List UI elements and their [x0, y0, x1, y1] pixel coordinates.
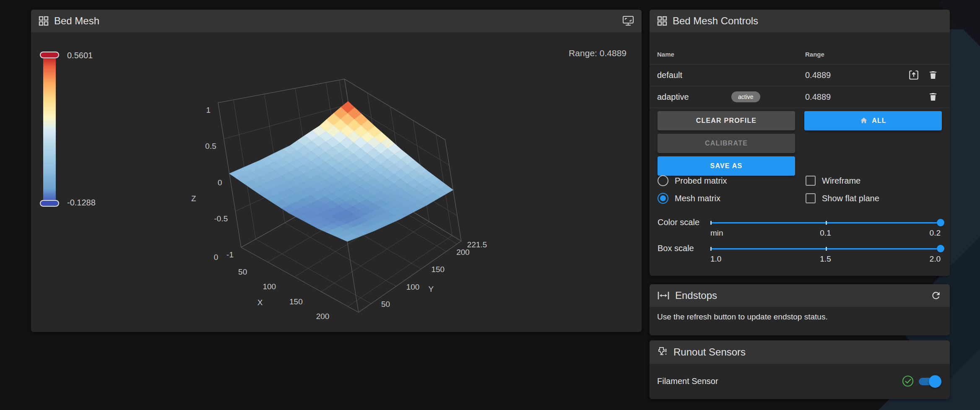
endstops-header: Endstops	[650, 284, 950, 307]
radio-probed-matrix[interactable]: Probed matrix	[658, 174, 727, 187]
bed-mesh-3d-plot[interactable]: 05010015020050100150200221.5-1-0.500.51X…	[147, 71, 491, 342]
endstops-hint-text: Use the refresh button to update endstop…	[657, 312, 942, 322]
grid-icon	[657, 16, 667, 26]
svg-text:0: 0	[214, 253, 218, 262]
endstops-panel: Endstops Use the refresh button to updat…	[650, 284, 950, 335]
svg-text:50: 50	[238, 267, 247, 276]
profiles-table-header: Name Range	[650, 32, 950, 65]
runout-sensors-panel: Runout Sensors Filament Sensor	[650, 340, 950, 399]
calibrate-label: CALIBRATE	[705, 140, 748, 147]
colorbar-max-handle[interactable]	[40, 52, 59, 58]
colorbar-min-handle[interactable]	[40, 200, 59, 207]
fluidd-dashboard: Bed Mesh Range: 0.4889 0.5601 -0.1288 05…	[0, 0, 980, 410]
svg-text:Y: Y	[429, 285, 434, 293]
home-all-label: ALL	[872, 117, 886, 125]
slider-tick	[710, 247, 712, 251]
table-row-adaptive[interactable]: adaptive active 0.4889	[650, 86, 950, 108]
toggle-knob[interactable]	[929, 375, 941, 388]
checkbox-wireframe[interactable]: Wireframe	[806, 174, 860, 187]
bed-mesh-controls-panel: Bed Mesh Controls Name Range default 0.4…	[650, 10, 950, 276]
panel-title: Bed Mesh Controls	[673, 15, 758, 27]
tick-label: 1.0	[710, 254, 721, 264]
radio-icon[interactable]	[658, 175, 668, 186]
monitor-icon[interactable]	[622, 16, 634, 26]
checkbox-icon[interactable]	[806, 176, 816, 186]
radio-icon[interactable]	[658, 193, 668, 204]
profile-range: 0.4889	[805, 86, 831, 108]
active-badge: active	[731, 91, 760, 102]
color-scale-label: Color scale	[658, 218, 699, 227]
colorbar-max-label: 0.5601	[67, 51, 93, 60]
tick-label: 0.1	[820, 228, 831, 238]
svg-text:X: X	[257, 298, 263, 307]
check-circle-icon	[902, 375, 914, 387]
delete-profile-icon[interactable]	[927, 91, 939, 103]
box-scale-ticks: 1.0 1.5 2.0	[710, 254, 941, 265]
save-as-label: SAVE AS	[710, 162, 743, 170]
svg-text:150: 150	[431, 265, 445, 274]
svg-text:-1: -1	[226, 250, 234, 259]
tick-label: min	[710, 228, 723, 238]
checkbox-label: Show flat plane	[822, 194, 879, 203]
profile-range: 0.4889	[805, 64, 831, 86]
tick-label: 1.5	[820, 254, 831, 264]
color-scale-thumb[interactable]	[937, 219, 944, 226]
nozzle-alert-icon	[657, 347, 668, 358]
clear-profile-label: CLEAR PROFILE	[696, 117, 757, 125]
radio-mesh-matrix[interactable]: Mesh matrix	[658, 192, 720, 205]
runout-sensors-header: Runout Sensors	[650, 340, 950, 364]
panel-title: Runout Sensors	[673, 346, 746, 358]
colorbar: 0.5601 -0.1288	[43, 55, 56, 203]
slider-tick	[710, 221, 712, 225]
color-scale-slider[interactable]	[710, 222, 941, 223]
range-label: Range: 0.4889	[569, 48, 626, 58]
panel-title: Endstops	[675, 290, 717, 301]
box-scale-thumb[interactable]	[937, 245, 944, 252]
checkbox-label: Wireframe	[822, 176, 860, 186]
colorbar-gradient	[43, 55, 56, 203]
svg-text:100: 100	[263, 282, 276, 291]
svg-text:-0.5: -0.5	[214, 214, 228, 223]
checkbox-show-flat-plane[interactable]: Show flat plane	[806, 192, 879, 205]
home-icon	[860, 117, 868, 125]
svg-text:200: 200	[316, 312, 330, 321]
table-row-default[interactable]: default 0.4889	[650, 64, 950, 86]
column-range: Range	[805, 51, 824, 58]
delete-profile-icon[interactable]	[927, 69, 939, 81]
bed-mesh-controls-header: Bed Mesh Controls	[650, 10, 950, 32]
profile-name: default	[657, 64, 682, 86]
load-profile-icon[interactable]	[908, 69, 920, 81]
svg-text:0: 0	[218, 178, 222, 187]
profile-name: adaptive	[657, 86, 689, 108]
bed-mesh-panel: Bed Mesh Range: 0.4889 0.5601 -0.1288 05…	[31, 10, 642, 332]
slider-tick	[826, 221, 827, 225]
save-as-button[interactable]: SAVE AS	[658, 156, 795, 176]
tick-label: 0.2	[930, 228, 941, 238]
column-name: Name	[657, 51, 674, 58]
bed-mesh-header: Bed Mesh	[31, 10, 642, 32]
calibrate-button[interactable]: CALIBRATE	[658, 134, 795, 153]
color-scale-ticks: min 0.1 0.2	[710, 228, 941, 239]
filament-sensor-toggle[interactable]	[919, 378, 940, 385]
clear-profile-button[interactable]: CLEAR PROFILE	[658, 111, 795, 130]
svg-text:Z: Z	[191, 194, 196, 203]
filament-sensor-label: Filament Sensor	[657, 376, 718, 386]
colorbar-min-label: -0.1288	[67, 198, 96, 208]
endstops-icon	[657, 291, 670, 300]
checkbox-icon[interactable]	[806, 193, 816, 203]
radio-label: Probed matrix	[675, 176, 727, 186]
box-scale-slider[interactable]	[710, 248, 941, 249]
home-all-button[interactable]: ALL	[804, 111, 942, 130]
svg-text:100: 100	[406, 283, 420, 291]
refresh-icon[interactable]	[930, 289, 942, 302]
slider-tick	[826, 247, 827, 251]
box-scale-label: Box scale	[658, 244, 694, 253]
svg-text:150: 150	[289, 297, 303, 306]
svg-text:0.5: 0.5	[205, 142, 216, 151]
tick-label: 2.0	[930, 254, 941, 264]
svg-text:221.5: 221.5	[467, 240, 487, 249]
svg-text:50: 50	[381, 300, 390, 309]
radio-label: Mesh matrix	[675, 194, 720, 203]
grid-icon	[39, 16, 49, 26]
svg-text:1: 1	[206, 106, 211, 114]
